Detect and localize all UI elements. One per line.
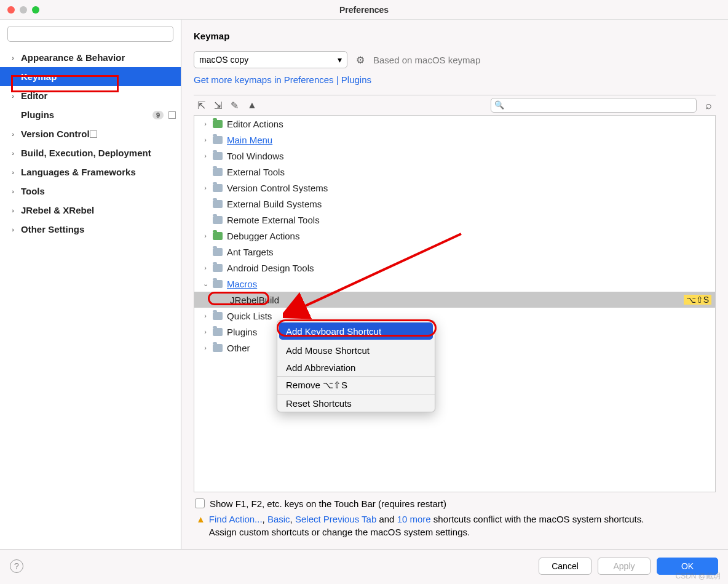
folder-icon [213, 280, 223, 288]
watermark: CSDN @戴玥 [675, 571, 721, 582]
chevron-right-icon: › [9, 169, 17, 176]
collapse-all-icon[interactable]: ⇲ [214, 100, 222, 111]
sidebar-item-version-control[interactable]: ›Version Control [0, 124, 181, 143]
keymap-select[interactable]: macOS copy ▾ [194, 51, 347, 68]
touchbar-checkbox[interactable]: Show F1, F2, etc. keys on the Touch Bar … [195, 498, 716, 509]
chevron-right-icon: › [9, 92, 17, 100]
close-window-icon[interactable] [7, 6, 15, 14]
sidebar-item-build-execution-deployment[interactable]: ›Build, Execution, Deployment [0, 143, 181, 162]
titlebar: Preferences [0, 0, 728, 20]
chevron-right-icon: › [202, 264, 209, 271]
conflict-link-basic[interactable]: Basic [267, 514, 290, 524]
sidebar-item-label: Tools [21, 186, 45, 196]
tree-item-editor-actions[interactable]: ›Editor Actions [194, 116, 715, 132]
sidebar-item-label: Build, Execution, Deployment [21, 148, 151, 158]
tree-item-quick-lists[interactable]: ›Quick Lists [194, 308, 715, 324]
tree-item-version-control-systems[interactable]: ›Version Control Systems [194, 180, 715, 196]
project-scope-icon [168, 111, 176, 119]
context-menu: Add Keyboard ShortcutAdd Mouse ShortcutA… [277, 320, 435, 412]
tree-item-label: Remote External Tools [227, 215, 320, 225]
menu-item-reset-shortcuts[interactable]: Reset Shortcuts [277, 394, 435, 412]
tree-item-tool-windows[interactable]: ›Tool Windows [194, 148, 715, 164]
warning-triangle-icon: ▲ [196, 513, 205, 540]
apply-button[interactable]: Apply [598, 558, 651, 575]
tree-item-jrebelbuild[interactable]: ›JRebelBuild⌥⇧S [194, 292, 715, 308]
tree-item-ant-targets[interactable]: ›Ant Targets [194, 244, 715, 260]
sidebar-item-editor[interactable]: ›Editor [0, 86, 181, 105]
gear-icon[interactable]: ⚙ [356, 54, 365, 66]
tree-item-main-menu[interactable]: ›Main Menu [194, 132, 715, 148]
tree-item-plugins[interactable]: ›Plugins [194, 324, 715, 340]
sidebar-search-input[interactable] [7, 26, 173, 42]
actions-tree[interactable]: ›Editor Actions›Main Menu›Tool Windows›E… [194, 116, 716, 492]
checkbox-icon [195, 498, 205, 508]
menu-item-add-keyboard-shortcut[interactable]: Add Keyboard Shortcut [279, 322, 433, 340]
conflict-link-more[interactable]: 10 more [397, 514, 431, 524]
sidebar-item-languages-frameworks[interactable]: ›Languages & Frameworks [0, 162, 181, 182]
tree-item-macros[interactable]: ⌄Macros [194, 276, 715, 292]
tree-item-label: Tool Windows [227, 151, 284, 161]
cancel-button[interactable]: Cancel [539, 558, 592, 575]
folder-icon [213, 216, 223, 224]
tree-item-android-design-tools[interactable]: ›Android Design Tools [194, 260, 715, 276]
tree-item-external-tools[interactable]: ›External Tools [194, 164, 715, 180]
dialog-footer: ? Cancel Apply OK [0, 549, 728, 582]
minimize-window-icon[interactable] [20, 6, 27, 14]
tree-item-label: Ant Targets [227, 247, 274, 257]
edit-icon[interactable]: ✎ [231, 100, 239, 111]
tree-item-label: Other [227, 343, 250, 353]
sidebar-item-label: Languages & Frameworks [21, 167, 136, 177]
conflict-link-select-prev-tab[interactable]: Select Previous Tab [295, 514, 376, 524]
chevron-right-icon: › [202, 344, 209, 351]
tree-item-label: Plugins [227, 327, 257, 337]
conflict-link-find-action[interactable]: Find Action... [209, 514, 263, 524]
sidebar-item-label: Keymap [21, 71, 57, 82]
folder-icon [213, 344, 223, 352]
chevron-right-icon: › [9, 130, 17, 138]
search-icon: 🔍 [494, 100, 504, 110]
actions-search-input[interactable] [491, 98, 697, 113]
folder-icon [213, 328, 223, 336]
chevron-right-icon: › [202, 184, 209, 191]
sidebar-item-appearance-behavior[interactable]: ›Appearance & Behavior [0, 48, 181, 67]
warning-icon[interactable]: ▲ [247, 100, 257, 111]
keymap-select-value: macOS copy [199, 55, 248, 65]
sidebar-item-other-settings[interactable]: ›Other Settings [0, 220, 181, 239]
find-by-shortcut-icon[interactable]: ⌕ [705, 99, 712, 112]
chevron-right-icon: › [202, 312, 209, 319]
expand-all-icon[interactable]: ⇱ [197, 100, 205, 111]
tree-item-debugger-actions[interactable]: ›Debugger Actions [194, 228, 715, 244]
zoom-window-icon[interactable] [32, 6, 39, 14]
folder-icon [213, 232, 223, 240]
menu-item-add-abbreviation[interactable]: Add Abbreviation [277, 359, 435, 376]
conflict-warning: ▲ Find Action..., Basic, Select Previous… [195, 509, 716, 540]
tree-item-other[interactable]: ›Other [194, 340, 715, 356]
sidebar-item-plugins[interactable]: ›Plugins9 [0, 105, 181, 124]
based-on-label: Based on macOS keymap [373, 55, 480, 65]
chevron-right-icon: › [202, 152, 209, 159]
menu-item-remove-s[interactable]: Remove ⌥⇧S [277, 377, 435, 394]
project-scope-icon [90, 130, 97, 138]
sidebar-item-jrebel-xrebel[interactable]: ›JRebel & XRebel [0, 201, 181, 220]
sidebar-item-tools[interactable]: ›Tools [0, 182, 181, 201]
tree-item-external-build-systems[interactable]: ›External Build Systems [194, 196, 715, 212]
folder-icon [213, 136, 223, 144]
chevron-right-icon: › [202, 136, 209, 143]
chevron-down-icon: ⌄ [202, 280, 209, 288]
menu-item-add-mouse-shortcut[interactable]: Add Mouse Shortcut [277, 342, 435, 359]
sidebar-item-label: Appearance & Behavior [21, 52, 125, 63]
window-title: Preferences [339, 5, 389, 15]
tree-item-remote-external-tools[interactable]: ›Remote External Tools [194, 212, 715, 228]
sidebar-item-label: Plugins [21, 110, 54, 120]
help-button[interactable]: ? [10, 559, 23, 573]
folder-icon [213, 312, 223, 320]
chevron-right-icon: › [9, 226, 17, 233]
sidebar-item-label: Version Control [21, 129, 90, 139]
more-keymaps-link[interactable]: Get more keymaps in Preferences | Plugin… [194, 74, 371, 85]
tree-item-label: Version Control Systems [227, 183, 328, 193]
sidebar-item-keymap[interactable]: ›Keymap [0, 67, 181, 86]
chevron-right-icon: › [9, 188, 17, 195]
chevron-right-icon: › [9, 150, 17, 157]
tree-item-label: External Build Systems [227, 199, 322, 209]
chevron-right-icon: › [202, 120, 209, 127]
